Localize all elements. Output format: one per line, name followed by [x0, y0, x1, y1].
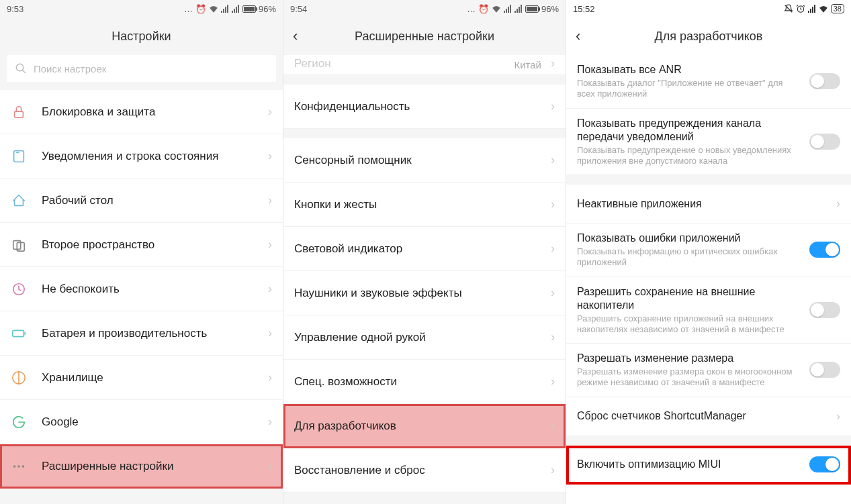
developer-row[interactable]: Неактивные приложения› [566, 185, 851, 223]
google-icon [11, 414, 27, 430]
row-title: Включить оптимизацию MIUI [577, 458, 803, 471]
developer-row[interactable]: Показывать предупреждения канала передач… [566, 109, 851, 176]
storage-icon [11, 370, 27, 386]
row-label: Спец. возможности [294, 374, 545, 389]
page-header: ‹ Расширенные настройки [283, 17, 566, 55]
chevron-right-icon: › [551, 242, 555, 256]
row-subtitle: Показывать информацию о критических ошиб… [577, 246, 803, 268]
more-icon: … [467, 4, 476, 14]
battery-icon [525, 5, 539, 13]
chevron-right-icon: › [551, 197, 555, 211]
settings-row[interactable]: Батарея и производительность› [0, 311, 283, 356]
row-label: Расширенные настройки [42, 459, 263, 473]
page-header: ‹ Для разработчиков [566, 17, 851, 55]
advanced-row[interactable]: Для разработчиков› [283, 404, 566, 448]
status-right: 38 [784, 4, 844, 13]
toggle-switch[interactable] [809, 302, 840, 318]
row-label: Для разработчиков [294, 419, 545, 433]
row-label: Наушники и звуковые эффекты [294, 286, 545, 300]
toggle-switch[interactable] [809, 134, 840, 150]
toggle-switch[interactable] [809, 362, 840, 378]
battery-icon [11, 325, 27, 342]
wifi-icon [209, 5, 218, 13]
row-label: Не беспокоить [42, 282, 263, 296]
settings-row[interactable]: Рабочий стол› [0, 179, 283, 223]
toggle-switch[interactable] [809, 242, 840, 258]
row-text: Включить оптимизацию MIUI [577, 458, 809, 471]
row-region[interactable]: Регион Китай › [283, 55, 566, 75]
settings-list: Блокировка и защита›Уведомления и строка… [0, 90, 283, 489]
row-label: Хранилище [42, 370, 263, 385]
status-right: … ⏰ 96% [467, 4, 559, 14]
battery-icon [242, 5, 256, 13]
row-label: Управление одной рукой [294, 330, 545, 344]
developer-row[interactable]: Включить оптимизацию MIUI [566, 446, 851, 485]
status-right: … ⏰ 96% [184, 4, 276, 14]
status-bar: 15:52 38 [566, 0, 851, 17]
advanced-list: Регион Китай › Конфиденциальность›Сенсор… [283, 55, 566, 493]
developer-row[interactable]: Сброс счетчиков ShortcutManager› [566, 397, 851, 436]
developer-row[interactable]: Показывать все ANRПоказывать диалог "При… [566, 55, 851, 109]
back-icon[interactable]: ‹ [576, 28, 580, 45]
settings-row[interactable]: Расширенные настройки› [0, 444, 283, 489]
row-subtitle: Разрешать изменение размера окон в много… [577, 366, 803, 389]
settings-row[interactable]: Блокировка и защита› [0, 90, 283, 134]
row-title: Неактивные приложения [577, 197, 824, 211]
status-bar: 9:53 … ⏰ 96% [0, 0, 283, 17]
settings-row[interactable]: Хранилище› [0, 356, 283, 400]
developer-row[interactable]: Разрешить сохранение на внешние накопите… [566, 277, 851, 344]
developer-list: Показывать все ANRПоказывать диалог "При… [566, 55, 851, 485]
advanced-row[interactable]: Наушники и звуковые эффекты› [283, 271, 566, 315]
battery-percent: 38 [831, 4, 844, 13]
second-space-icon [11, 237, 27, 253]
developer-row[interactable]: Показывать ошибки приложенийПоказывать и… [566, 223, 851, 277]
svg-rect-2 [15, 111, 24, 117]
row-text: Показывать предупреждения канала передач… [577, 117, 809, 167]
settings-row[interactable]: Google› [0, 400, 283, 444]
more-icon [11, 458, 27, 474]
back-icon[interactable]: ‹ [293, 28, 298, 45]
settings-row[interactable]: Уведомления и строка состояния› [0, 134, 283, 179]
chevron-right-icon: › [836, 409, 840, 423]
battery-percent: 96% [541, 4, 559, 14]
row-title: Показывать предупреждения канала передач… [577, 117, 803, 144]
advanced-row[interactable]: Управление одной рукой› [283, 315, 566, 360]
alarm-icon: ⏰ [478, 4, 489, 14]
screen-settings-main: 9:53 … ⏰ 96% Настройки Поиск н [0, 0, 283, 504]
row-label: Конфиденциальность [294, 99, 545, 113]
advanced-row[interactable]: Сенсорный помощник› [283, 138, 566, 183]
dnd-icon [784, 4, 793, 13]
screen-developer-options: 15:52 38 ‹ Для разработчиков Показывать … [566, 0, 851, 504]
row-title: Сброс счетчиков ShortcutManager [577, 409, 824, 423]
search-wrap: Поиск настроек [0, 55, 283, 90]
alarm-icon: ⏰ [195, 4, 206, 14]
developer-row[interactable]: Разрешать изменение размераРазрешать изм… [566, 344, 851, 397]
advanced-row[interactable]: Кнопки и жесты› [283, 183, 566, 227]
row-text: Показывать ошибки приложенийПоказывать и… [577, 232, 809, 268]
wifi-icon [492, 5, 501, 13]
search-input[interactable]: Поиск настроек [7, 55, 276, 82]
chevron-right-icon: › [268, 238, 272, 252]
more-icon: … [184, 4, 193, 14]
status-time: 9:54 [290, 4, 307, 14]
title-text: Расширенные настройки [355, 30, 494, 44]
chevron-right-icon: › [551, 153, 555, 167]
advanced-row[interactable]: Восстановление и сброс› [283, 448, 566, 493]
svg-point-12 [22, 465, 25, 468]
settings-row[interactable]: Второе пространство› [0, 223, 283, 267]
chevron-right-icon: › [551, 374, 555, 389]
toggle-switch[interactable] [809, 73, 840, 89]
row-label: Google [42, 415, 263, 429]
advanced-row[interactable]: Конфиденциальность› [283, 85, 566, 129]
signal-icon [504, 5, 512, 13]
chevron-right-icon: › [551, 56, 555, 70]
row-subtitle: Показывать диалог "Приложение не отвечае… [577, 78, 803, 100]
settings-row[interactable]: Не беспокоить› [0, 267, 283, 311]
toggle-switch[interactable] [809, 456, 840, 472]
row-title: Показывать все ANR [577, 63, 803, 77]
chevron-right-icon: › [551, 99, 555, 113]
advanced-row[interactable]: Световой индикатор› [283, 227, 566, 271]
svg-point-10 [13, 465, 16, 468]
row-value: Китай [514, 59, 541, 70]
advanced-row[interactable]: Спец. возможности› [283, 360, 566, 404]
